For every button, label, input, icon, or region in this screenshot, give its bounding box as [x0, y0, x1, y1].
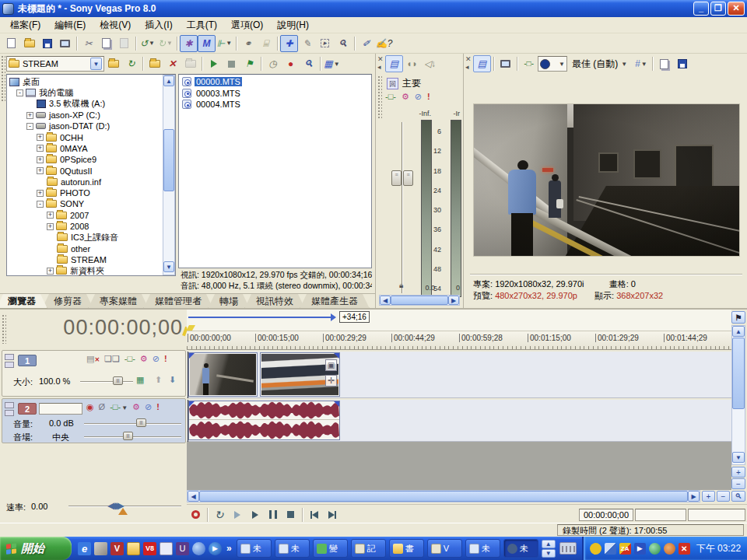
tree-item[interactable]: other [57, 243, 175, 254]
tree-item[interactable]: IC3上課錄音 [57, 232, 175, 243]
size-slider-handle[interactable]: Ⅲ [113, 376, 123, 385]
file-row[interactable]: 00004.MTS [181, 99, 371, 110]
lock-envelopes-button[interactable]: ⌸ [257, 35, 275, 52]
menu-tools[interactable]: 工具(T) [180, 17, 224, 33]
zoom-out-track-button[interactable]: − [731, 478, 745, 489]
auto-preview-button[interactable]: ⚑ [240, 55, 258, 72]
cut-button[interactable]: ✂ [79, 35, 97, 52]
rate-scrub-slider[interactable] [68, 506, 181, 507]
task-button[interactable]: 書 [389, 539, 424, 558]
taskbar-scroll-down[interactable]: ▼ [542, 549, 556, 558]
expand-toggle[interactable]: + [37, 190, 44, 197]
menu-file[interactable]: 檔案(F) [3, 17, 47, 33]
quick-launch-overflow[interactable]: » [226, 543, 232, 554]
zoom-in-time-button[interactable]: + [702, 491, 715, 502]
quality-swatch-combo[interactable]: ▼ [538, 56, 567, 72]
tree-item[interactable]: +2008 [47, 221, 175, 232]
tray-globe-icon[interactable] [649, 543, 661, 555]
mute-icon[interactable]: ⊘ [145, 403, 152, 411]
pan-slider-handle[interactable]: Ⅲ [123, 432, 133, 440]
tree-item[interactable]: -我的電腦 [16, 87, 175, 98]
event-fx-icon[interactable]: ✛ [325, 375, 337, 387]
file-row[interactable]: 00000.MTS [181, 76, 371, 88]
zoom-tool-button[interactable]: 🔍︎ [334, 35, 352, 52]
undo-button[interactable]: ↺▼ [139, 35, 156, 52]
save-project-button[interactable] [38, 35, 56, 52]
timeline-h-scrollbar[interactable]: ◀ ▶ [187, 490, 700, 502]
mute-icon[interactable]: ⊘ [153, 355, 160, 363]
taskbar-clock[interactable]: 下午 03:22 [696, 542, 741, 555]
record-button[interactable] [187, 506, 205, 523]
invert-phase-icon[interactable]: Ø [99, 403, 106, 411]
scroll-left-button[interactable]: ◀ [380, 296, 391, 305]
tree-item[interactable]: +PHOTO [37, 187, 175, 198]
tree-scrollbar[interactable]: ▲ ▼ [163, 75, 175, 275]
track-restore-icon[interactable] [5, 410, 14, 416]
group-events-button[interactable]: ⚭ [239, 35, 257, 52]
event-fx-curves-button[interactable]: ✎ [298, 35, 316, 52]
timeline-grip[interactable] [2, 314, 6, 344]
master-fader[interactable] [402, 122, 403, 293]
track-down-icon[interactable]: ⬇ [169, 376, 176, 384]
track-restore-icon[interactable] [5, 362, 14, 368]
cursor-time-box[interactable]: 00:00:00;00 [579, 509, 633, 521]
tray-network-icon[interactable] [605, 543, 616, 555]
selection-tool-button[interactable]: ▸ [316, 35, 334, 52]
video-fx-button[interactable]: -□- [520, 55, 538, 72]
globe-app-icon[interactable] [192, 542, 205, 555]
timeline-v-scrollbar[interactable]: ▲ ▼ [731, 325, 745, 465]
scroll-down-button[interactable]: ▼ [163, 261, 174, 272]
gear-icon[interactable]: ⚙ [132, 403, 140, 411]
stop-preview-button[interactable] [223, 55, 240, 72]
file-row[interactable]: 00003.MTS [181, 88, 371, 100]
menu-edit[interactable]: 編輯(E) [47, 17, 93, 33]
tab-trimmer[interactable]: 修剪器 [42, 294, 93, 309]
task-button[interactable]: 記 [351, 539, 386, 558]
track-minimize-icon[interactable] [5, 354, 14, 360]
zoom-out-time-button[interactable]: − [717, 491, 730, 502]
video-event-1[interactable] [188, 352, 258, 397]
stop-button[interactable] [282, 506, 300, 523]
preview-quality-label[interactable]: 最佳 (自動) [572, 58, 618, 71]
track-fx-icon[interactable]: -□-▼ [110, 403, 128, 411]
scroll-up-button[interactable]: ▲ [732, 326, 745, 337]
scroll-right-button[interactable]: ▶ [448, 296, 459, 305]
minimize-button[interactable]: _ [693, 2, 709, 16]
tray-error-icon[interactable]: ✕ [679, 543, 690, 555]
address-dropdown-button[interactable]: ▼ [90, 58, 102, 70]
scrollbar-thumb[interactable] [199, 491, 688, 502]
tree-item[interactable]: +2007 [47, 210, 175, 221]
go-to-start-button[interactable] [305, 506, 323, 523]
document-shortcut-icon[interactable] [160, 542, 173, 555]
track-name-field[interactable] [39, 403, 82, 415]
media-player-icon[interactable]: ▶ [209, 542, 222, 555]
task-button[interactable]: V [427, 539, 462, 558]
gear-icon[interactable]: ⚙ [402, 93, 409, 101]
menu-insert[interactable]: 插入(I) [138, 17, 179, 33]
purple-app-icon[interactable]: U [176, 542, 189, 555]
redo-button[interactable]: ↻▼ [156, 35, 174, 52]
playhead-cursor[interactable] [188, 352, 188, 398]
volume-slider[interactable] [84, 423, 181, 425]
menu-help[interactable]: 說明(H) [270, 17, 316, 33]
go-to-end-button[interactable] [323, 506, 341, 523]
bypass-motion-blur-icon[interactable]: ▤✕ [86, 355, 100, 363]
address-combo[interactable]: STREAM ▼ [6, 56, 104, 72]
whats-this-help-button[interactable]: ✍? [375, 35, 393, 52]
copy-button[interactable] [97, 35, 115, 52]
bus-select-icon[interactable]: 回 [387, 78, 398, 89]
tree-item[interactable]: autorun.inf [47, 177, 175, 187]
play-from-start-button[interactable] [228, 506, 246, 523]
tree-item[interactable]: STREAM [57, 254, 175, 265]
record-arm-icon[interactable]: ◉ [86, 403, 94, 411]
insert-fx-icon[interactable]: -□- [385, 93, 396, 101]
tab-explorer[interactable]: 瀏覽器 [0, 294, 47, 309]
explorer-grip[interactable] [1, 55, 5, 102]
timeline-empty-area[interactable] [187, 442, 731, 490]
track-motion-icon[interactable]: ❏❏ [104, 355, 120, 363]
task-button[interactable]: 未 [237, 539, 272, 558]
tree-item[interactable]: +0PSpice9 [37, 154, 175, 165]
snapping-toggle-button[interactable]: ✱ [180, 35, 198, 52]
task-button[interactable]: 未 [275, 539, 310, 558]
expand-toggle[interactable]: + [47, 212, 54, 219]
